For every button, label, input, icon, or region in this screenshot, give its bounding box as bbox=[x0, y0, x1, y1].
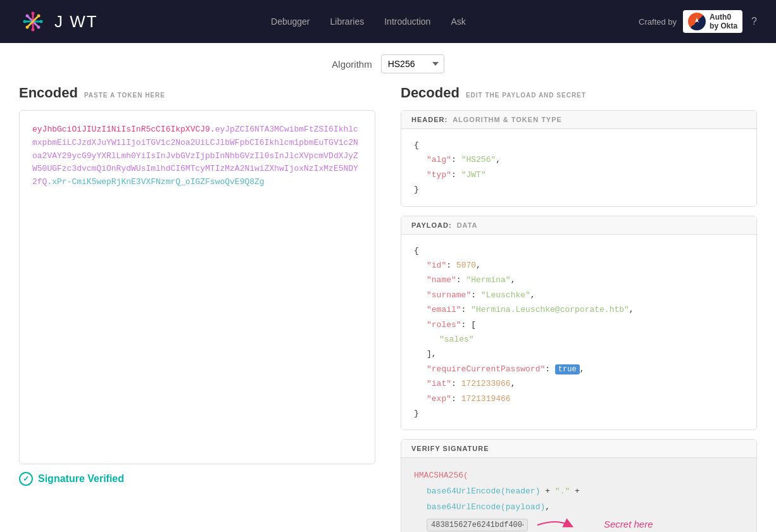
encoded-title: Encoded bbox=[19, 85, 78, 101]
verify-line2: base64UrlEncode(payload), bbox=[414, 500, 744, 516]
payload-panel: PAYLOAD: DATA { "id": 5070, "name": "Her… bbox=[401, 216, 757, 431]
header-panel-body[interactable]: { "alg": "HS256", "typ": "JWT" } bbox=[401, 129, 756, 206]
header-json-alg: "alg": "HS256", bbox=[414, 152, 744, 167]
verify-plus: + bbox=[545, 486, 555, 496]
logo-text: J WT bbox=[54, 12, 98, 32]
decoded-subtitle: EDIT THE PAYLOAD AND SECRET bbox=[466, 92, 586, 99]
header-panel-sublabel: ALGORITHM & TOKEN TYPE bbox=[453, 116, 562, 123]
payload-require: "requireCurrentPassword": true, bbox=[414, 362, 744, 377]
nav-introduction[interactable]: Introduction bbox=[384, 16, 430, 27]
payload-name: "name": "Hermina", bbox=[414, 273, 744, 287]
header-json-typ: "typ": "JWT" bbox=[414, 168, 744, 182]
header-json-line1: { bbox=[414, 138, 744, 152]
verify-fn-name: HMACSHA256( bbox=[414, 471, 468, 480]
header-panel-header: HEADER: ALGORITHM & TOKEN TYPE bbox=[401, 111, 756, 129]
encoded-subtitle: PASTE A TOKEN HERE bbox=[84, 92, 165, 99]
svg-point-6 bbox=[32, 28, 35, 32]
algorithm-label: Algorithm bbox=[332, 59, 372, 70]
svg-point-5 bbox=[32, 12, 35, 15]
logo-area: J WT bbox=[19, 8, 98, 35]
secret-input[interactable] bbox=[427, 519, 528, 531]
verify-encode-header: base64UrlEncode(header) bbox=[427, 486, 540, 496]
header-panel-label: HEADER: bbox=[411, 116, 447, 123]
payload-surname: "surname": "Leuschke", bbox=[414, 288, 744, 302]
payload-panel-sublabel: DATA bbox=[457, 221, 478, 229]
verify-fn-line: HMACSHA256( bbox=[414, 468, 744, 484]
encoded-header: Encoded PASTE A TOKEN HERE bbox=[19, 85, 375, 101]
payload-exp: "exp": 1721319466 bbox=[414, 392, 744, 406]
verify-panel-label: VERIFY SIGNATURE bbox=[411, 445, 489, 452]
verify-encode-payload: base64UrlEncode(payload) bbox=[427, 502, 545, 512]
token-header-part: eyJhbGciOiJIUzI1NiIsInR5cCI6IkpXVCJ9 bbox=[32, 125, 210, 134]
verify-line1: base64UrlEncode(header) + "." + bbox=[414, 484, 744, 500]
verify-panel: VERIFY SIGNATURE HMACSHA256( base64UrlEn… bbox=[401, 439, 757, 532]
decoded-header: Decoded EDIT THE PAYLOAD AND SECRET bbox=[401, 85, 757, 101]
arrow-icon bbox=[534, 516, 579, 532]
svg-point-9 bbox=[26, 15, 29, 18]
payload-roles-key: "roles": [ bbox=[414, 318, 744, 332]
auth0-text: Auth0 by Okta bbox=[710, 13, 737, 31]
payload-roles-value: "sales" bbox=[414, 332, 744, 347]
decoded-column: Decoded EDIT THE PAYLOAD AND SECRET HEAD… bbox=[388, 85, 757, 532]
check-icon: ✓ bbox=[19, 472, 33, 486]
verify-comma: , bbox=[545, 502, 550, 512]
help-icon[interactable]: ? bbox=[751, 16, 757, 27]
decoded-title: Decoded bbox=[401, 85, 460, 101]
header: J WT Debugger Libraries Introduction Ask… bbox=[0, 0, 776, 43]
main-content: Encoded PASTE A TOKEN HERE eyJhbGciOiJIU… bbox=[0, 85, 776, 532]
header-right: Crafted by Auth0 by Okta ? bbox=[639, 10, 757, 34]
header-json-close: } bbox=[414, 182, 744, 197]
nav-libraries[interactable]: Libraries bbox=[330, 16, 365, 27]
token-signature-part: xPr-CmiK5wepRjKnE3VXFNzmrQ_oIGZFswoQvE9Q… bbox=[52, 177, 264, 187]
main-nav: Debugger Libraries Introduction Ask bbox=[271, 16, 466, 27]
payload-id: "id": 5070, bbox=[414, 258, 744, 273]
payload-panel-body[interactable]: { "id": 5070, "name": "Hermina", "surnam… bbox=[401, 235, 756, 430]
algorithm-bar: Algorithm HS256 HS384 HS512 RS256 RS384 … bbox=[0, 43, 776, 85]
payload-email: "email": "Hermina.Leuschke@corporate.htb… bbox=[414, 302, 744, 317]
verify-panel-header: VERIFY SIGNATURE bbox=[401, 440, 756, 458]
auth0-logo: Auth0 by Okta bbox=[683, 10, 742, 34]
algorithm-select[interactable]: HS256 HS384 HS512 RS256 RS384 RS512 bbox=[381, 54, 444, 73]
signature-verified-label: Signature Verified bbox=[38, 473, 124, 485]
payload-panel-label: PAYLOAD: bbox=[411, 221, 452, 229]
jwt-logo-icon bbox=[19, 8, 47, 35]
auth0-circle-icon bbox=[688, 13, 706, 30]
payload-json-open: { bbox=[414, 244, 744, 258]
svg-point-12 bbox=[26, 26, 29, 29]
token-dot1: . bbox=[210, 125, 215, 134]
payload-panel-header: PAYLOAD: DATA bbox=[401, 216, 756, 235]
verify-secret-input-wrap bbox=[414, 519, 528, 531]
payload-iat: "iat": 1721233066, bbox=[414, 376, 744, 391]
nav-ask[interactable]: Ask bbox=[451, 16, 465, 27]
nav-debugger[interactable]: Debugger bbox=[271, 16, 310, 27]
verify-secret-row: Secret here bbox=[414, 516, 744, 532]
encoded-column: Encoded PASTE A TOKEN HERE eyJhbGciOiJIU… bbox=[19, 85, 388, 486]
verify-dot-str: "." bbox=[555, 486, 570, 496]
secret-annotation-wrap: Secret here bbox=[534, 516, 653, 532]
payload-json-close: } bbox=[414, 406, 744, 421]
verify-panel-body: HMACSHA256( base64UrlEncode(header) + ".… bbox=[401, 458, 756, 532]
encoded-box[interactable]: eyJhbGciOiJIUzI1NiIsInR5cCI6IkpXVCJ9.eyJ… bbox=[19, 110, 375, 464]
crafted-by-label: Crafted by bbox=[639, 17, 677, 27]
svg-point-11 bbox=[37, 15, 41, 18]
header-panel: HEADER: ALGORITHM & TOKEN TYPE { "alg": … bbox=[401, 110, 757, 207]
secret-annotation-label: Secret here bbox=[604, 516, 653, 532]
svg-point-8 bbox=[40, 20, 43, 23]
payload-roles-close: ], bbox=[414, 347, 744, 361]
svg-point-10 bbox=[37, 26, 41, 29]
verify-plus2: + bbox=[575, 486, 580, 496]
signature-verified: ✓ Signature Verified bbox=[19, 464, 375, 486]
svg-point-7 bbox=[23, 20, 27, 23]
